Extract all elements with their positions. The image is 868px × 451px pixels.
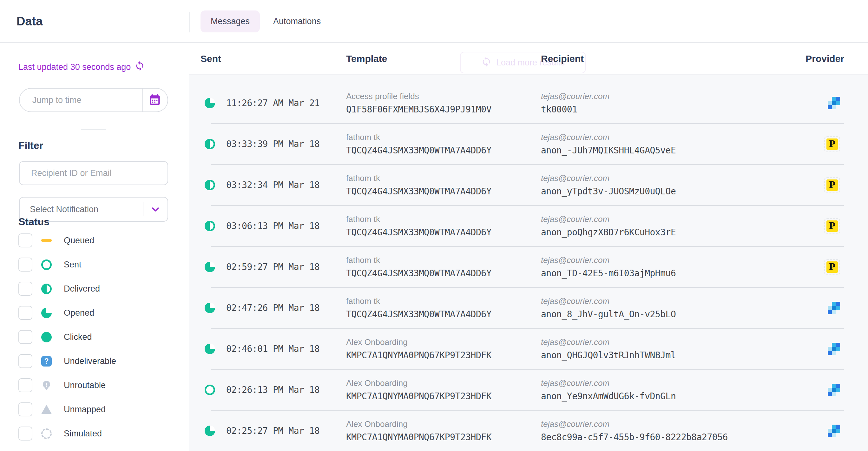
- status-item-queued[interactable]: Queued: [0, 228, 189, 253]
- recipient-filter-input[interactable]: [19, 161, 168, 185]
- status-item-clicked[interactable]: Clicked: [0, 325, 189, 349]
- recipient-id: tk00001: [541, 104, 610, 115]
- opened-status-icon: [205, 98, 215, 108]
- last-updated-refresh[interactable]: Last updated 30 seconds ago: [19, 61, 145, 73]
- table-row[interactable]: 02:46:01 PM Mar 18Alex OnboardingKMPC7A1…: [189, 329, 868, 369]
- status-item-unmapped[interactable]: Unmapped: [0, 397, 189, 421]
- recipient-email: tejas@courier.com: [541, 133, 676, 142]
- last-updated-label: Last updated 30 seconds ago: [19, 62, 131, 72]
- recipient-cell: tejas@courier.comtk00001: [541, 83, 610, 123]
- recipient-cell: tejas@courier.comanon_TD-42E5-m6I03ajMpH…: [541, 247, 676, 287]
- header-vertical-divider: [189, 12, 190, 32]
- tab-messages[interactable]: Messages: [200, 10, 260, 32]
- recipient-email: tejas@courier.com: [541, 419, 728, 429]
- status-label: Clicked: [64, 332, 92, 342]
- status-item-opened[interactable]: Opened: [0, 301, 189, 325]
- status-item-unroutable[interactable]: Unroutable: [0, 373, 189, 397]
- sent-time: 02:46:01 PM Mar 18: [226, 329, 319, 369]
- status-checkbox-sent[interactable]: [19, 258, 32, 272]
- sent-status-icon: [205, 385, 215, 395]
- template-id: TQCQZ4G4JSMX33MQ0WTMA7A4DD6Y: [346, 268, 491, 279]
- column-header-template: Template: [346, 44, 387, 74]
- template-name: fathom tk: [346, 133, 491, 142]
- status-checkbox-unmapped[interactable]: [19, 402, 32, 416]
- tab-automations[interactable]: Automations: [263, 10, 331, 32]
- template-cell: Alex OnboardingKMPC7A1QNYMA0PNQ67KP9T23H…: [346, 411, 491, 451]
- table-row[interactable]: 11:26:27 AM Mar 21Access profile fieldsQ…: [189, 83, 868, 123]
- status-icon-slot: [41, 239, 52, 242]
- status-icon-slot: [41, 308, 52, 318]
- delivered-status-icon: [205, 139, 215, 149]
- sent-time: 02:59:27 PM Mar 18: [226, 247, 319, 287]
- status-checkbox-simulated[interactable]: [19, 427, 32, 441]
- postmark-provider-icon: P: [824, 259, 840, 275]
- status-label: Opened: [64, 308, 94, 318]
- recipient-id: anon_yTpdt3v-JUOSMzU0uQLOe: [541, 186, 676, 197]
- table-row[interactable]: 02:26:13 PM Mar 18Alex OnboardingKMPC7A1…: [189, 370, 868, 410]
- sendgrid-provider-icon: [828, 302, 840, 314]
- page-title: Data: [17, 0, 42, 43]
- calendar-button[interactable]: [142, 89, 167, 111]
- sent-time: 03:33:39 PM Mar 18: [226, 124, 319, 164]
- refresh-icon[interactable]: [134, 61, 145, 73]
- sent-time: 02:47:26 PM Mar 18: [226, 288, 319, 328]
- table-row[interactable]: 03:32:34 PM Mar 18fathom tkTQCQZ4G4JSMX3…: [189, 165, 868, 205]
- column-header-sent: Sent: [200, 44, 221, 74]
- status-heading: Status: [19, 216, 50, 228]
- opened-status-icon: [205, 303, 215, 313]
- status-item-simulated[interactable]: Simulated: [0, 421, 189, 446]
- template-name: Alex Onboarding: [346, 378, 491, 388]
- status-checkbox-delivered[interactable]: [19, 282, 32, 296]
- recipient-cell: tejas@courier.comanon_yTpdt3v-JUOSMzU0uQ…: [541, 165, 676, 205]
- template-name: fathom tk: [346, 173, 491, 183]
- column-header-provider: Provider: [806, 44, 844, 74]
- postmark-provider-icon: P: [824, 218, 840, 234]
- provider-cell: [828, 370, 840, 410]
- sendgrid-provider-icon: [828, 425, 840, 437]
- recipient-id: anon_-JUh7MQIKSHHL4GAQ5veE: [541, 145, 676, 156]
- table-row[interactable]: 02:47:26 PM Mar 18fathom tkTQCQZ4G4JSMX3…: [189, 288, 868, 328]
- provider-cell: [828, 83, 840, 123]
- table-row[interactable]: 02:59:27 PM Mar 18fathom tkTQCQZ4G4JSMX3…: [189, 247, 868, 287]
- status-cell: [205, 370, 215, 410]
- jump-to-time-input[interactable]: [32, 89, 136, 111]
- status-item-sent[interactable]: Sent: [0, 253, 189, 277]
- opened-pie-icon: [41, 308, 52, 318]
- table-row[interactable]: 02:25:27 PM Mar 18Alex OnboardingKMPC7A1…: [189, 411, 868, 451]
- status-checkbox-undeliverable[interactable]: [19, 354, 32, 368]
- sidebar-section-divider: [81, 129, 106, 130]
- filters-sidebar: Last updated 30 seconds ago Filter Selec…: [0, 44, 189, 451]
- status-cell: [205, 288, 215, 328]
- table-row[interactable]: 03:33:39 PM Mar 18fathom tkTQCQZ4G4JSMX3…: [189, 124, 868, 164]
- recipient-email: tejas@courier.com: [541, 255, 676, 265]
- postmark-provider-icon: P: [824, 177, 840, 193]
- status-checkbox-clicked[interactable]: [19, 330, 32, 344]
- status-checkbox-opened[interactable]: [19, 306, 32, 320]
- status-checkbox-queued[interactable]: [19, 233, 32, 247]
- status-filter-list: QueuedSentDeliveredOpenedClicked?Undeliv…: [0, 228, 189, 446]
- status-cell: [205, 206, 215, 246]
- status-icon-slot: ?: [41, 356, 52, 367]
- recipient-id: anon_TD-42E5-m6I03ajMpHmu6: [541, 268, 676, 279]
- recipient-id: anon_8_JhV-gultA_On-v25bLO: [541, 309, 676, 319]
- status-label: Delivered: [64, 284, 100, 294]
- delivered-half-circle-icon: [41, 284, 52, 294]
- status-label: Queued: [64, 236, 94, 246]
- table-row[interactable]: 03:06:13 PM Mar 18fathom tkTQCQZ4G4JSMX3…: [189, 206, 868, 246]
- sent-time: 03:32:34 PM Mar 18: [226, 165, 319, 205]
- chevron-down-icon: [144, 204, 167, 215]
- status-item-delivered[interactable]: Delivered: [0, 277, 189, 301]
- template-id: TQCQZ4G4JSMX33MQ0WTMA7A4DD6Y: [346, 186, 491, 197]
- status-item-undeliverable[interactable]: ?Undeliverable: [0, 349, 189, 373]
- template-name: fathom tk: [346, 215, 491, 224]
- status-label: Sent: [64, 260, 82, 270]
- sent-time: 02:26:13 PM Mar 18: [226, 370, 319, 410]
- messages-table: Sent Template Recipient Provider Load mo…: [189, 44, 868, 451]
- simulated-dashed-circle-icon: [41, 428, 52, 439]
- table-rows: 11:26:27 AM Mar 21Access profile fieldsQ…: [189, 74, 868, 451]
- unmapped-triangle-icon: [41, 404, 52, 415]
- recipient-email: tejas@courier.com: [541, 378, 676, 388]
- recipient-cell: tejas@courier.comanon_QHGJQ0lv3tRJnhTWNB…: [541, 329, 676, 369]
- provider-cell: [828, 288, 840, 328]
- status-checkbox-unroutable[interactable]: [19, 378, 32, 392]
